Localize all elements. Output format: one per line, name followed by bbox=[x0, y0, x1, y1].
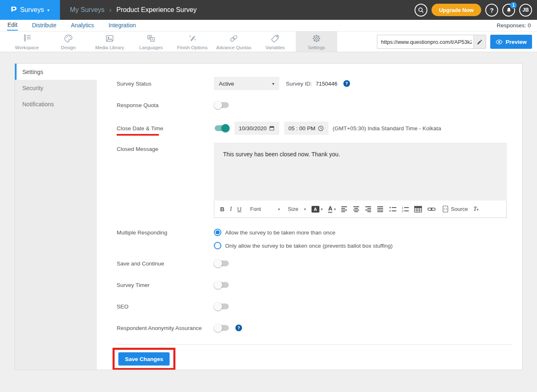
avatar[interactable]: JB bbox=[519, 4, 532, 17]
timezone-text: (GMT+05:30) India Standard Time - Kolkat… bbox=[333, 125, 441, 131]
respondent-anonymity-toggle[interactable] bbox=[214, 324, 230, 332]
tab-integration[interactable]: Integration bbox=[108, 21, 136, 30]
close-date-input[interactable]: 10/30/2020 bbox=[235, 122, 279, 135]
tab-analytics[interactable]: Analytics bbox=[70, 21, 94, 30]
toolbar-item-media-library[interactable]: Media Library bbox=[89, 31, 130, 52]
survey-id-help-icon[interactable]: ? bbox=[343, 80, 350, 87]
edit-url-button[interactable] bbox=[473, 35, 486, 48]
search-button[interactable] bbox=[415, 4, 427, 17]
closed-message-row: Closed Message This survey has been clos… bbox=[117, 143, 522, 218]
tab-edit[interactable]: Edit bbox=[7, 20, 18, 31]
closed-message-label: Closed Message bbox=[117, 143, 214, 152]
toolbar-item-variables[interactable]: Variables bbox=[254, 31, 296, 52]
multiple-responding-options: Allow the survey to be taken more than o… bbox=[214, 229, 393, 249]
notification-badge: 1 bbox=[510, 2, 517, 9]
sidebar-item-notifications[interactable]: Notifications bbox=[15, 96, 97, 112]
tab-distribute[interactable]: Distribute bbox=[31, 21, 57, 30]
chevron-down-icon: ▾ bbox=[304, 207, 306, 211]
survey-status-select[interactable]: Active ▾ bbox=[214, 77, 279, 90]
link-button[interactable] bbox=[427, 207, 436, 212]
source-label: Source bbox=[451, 206, 468, 212]
numbered-list-button[interactable]: 12 bbox=[402, 206, 409, 212]
toolbar-item-settings[interactable]: Settings bbox=[296, 31, 337, 52]
toolbar-spacer bbox=[337, 31, 377, 52]
toolbar-item-advance-quotas[interactable]: Advance Quotas bbox=[213, 31, 254, 52]
bg-color-letter: A bbox=[312, 206, 319, 213]
upgrade-now-button[interactable]: Upgrade Now bbox=[432, 4, 481, 16]
close-time-input[interactable]: 05 : 00 PM bbox=[284, 122, 328, 135]
save-and-continue-label: Save and Continue bbox=[117, 261, 214, 267]
survey-timer-toggle[interactable] bbox=[214, 281, 230, 289]
chevron-down-icon: ▾ bbox=[334, 207, 336, 211]
notifications-button[interactable]: 1 bbox=[502, 4, 515, 17]
help-button[interactable]: ? bbox=[485, 4, 498, 17]
close-date-time-toggle[interactable] bbox=[214, 124, 230, 132]
survey-status-row: Survey Status Active ▾ Survey ID: 715044… bbox=[117, 77, 522, 90]
remove-format-button[interactable]: Tx bbox=[473, 206, 479, 213]
pencil-icon bbox=[477, 39, 483, 45]
palette-icon bbox=[63, 33, 73, 43]
seo-row: SEO bbox=[117, 302, 522, 311]
toolbar-item-label: Finish Options bbox=[177, 45, 208, 50]
table-button[interactable] bbox=[414, 206, 422, 213]
closed-message-textarea[interactable]: This survey has been closed now. Thank y… bbox=[214, 143, 507, 201]
radio-allow-once[interactable]: Only allow the survey to be taken once (… bbox=[214, 242, 393, 249]
save-and-continue-row: Save and Continue bbox=[117, 259, 522, 268]
clock-icon bbox=[317, 125, 324, 132]
avatar-initials: JB bbox=[523, 7, 529, 13]
save-changes-button[interactable]: Save Changes bbox=[118, 352, 170, 366]
survey-url-input[interactable] bbox=[377, 35, 473, 48]
radio-allow-multiple[interactable]: Allow the survey to be taken more than o… bbox=[214, 229, 393, 236]
search-icon bbox=[417, 7, 424, 14]
align-right-button[interactable] bbox=[365, 206, 372, 212]
topbar-actions: Upgrade Now ? 1 JB bbox=[415, 4, 537, 17]
bg-color-button[interactable]: A▾ bbox=[312, 206, 323, 213]
toolbar-item-label: Settings bbox=[308, 45, 325, 50]
radio-unselected-icon bbox=[214, 242, 221, 249]
text-color-button[interactable]: A▾ bbox=[328, 206, 336, 213]
toolbar-item-finish-options[interactable]: Finish Options bbox=[172, 31, 213, 52]
response-quota-toggle[interactable] bbox=[214, 101, 230, 109]
sidebar-item-settings[interactable]: Settings bbox=[15, 64, 97, 80]
question-mark-icon: ? bbox=[490, 7, 494, 14]
section-tabs: Edit Distribute Analytics Integration Re… bbox=[0, 20, 537, 31]
responses-count: Responses: 0 bbox=[496, 22, 531, 29]
toolbar-item-workspace[interactable]: Workspace bbox=[6, 31, 48, 52]
bullet-list-button[interactable] bbox=[389, 206, 396, 212]
font-select[interactable]: Font▾ bbox=[250, 206, 280, 212]
close-date-time-row: Close Date & Time 10/30/2020 05 : 00 PM bbox=[117, 122, 522, 135]
app-switcher[interactable]: P Surveys ▾ bbox=[0, 0, 60, 20]
translate-icon: A bbox=[146, 33, 156, 43]
breadcrumb-my-surveys[interactable]: My Surveys bbox=[70, 6, 105, 14]
align-center-button[interactable] bbox=[353, 206, 360, 212]
sidebar-item-label: Settings bbox=[22, 69, 43, 75]
sidebar-item-security[interactable]: Security bbox=[15, 80, 97, 96]
italic-button[interactable]: I bbox=[230, 206, 232, 213]
seo-toggle[interactable] bbox=[214, 302, 230, 311]
bold-button[interactable]: B bbox=[220, 206, 224, 213]
multiple-responding-row: Multiple Responding Allow the survey to … bbox=[117, 229, 522, 249]
sidebar-item-label: Security bbox=[22, 85, 43, 91]
survey-url-field bbox=[377, 35, 486, 49]
form-divider bbox=[117, 344, 513, 345]
anonymity-help-icon[interactable]: ? bbox=[235, 325, 242, 331]
top-bar: P Surveys ▾ My Surveys › Product Experie… bbox=[0, 0, 537, 20]
text-color-letter: A bbox=[328, 206, 332, 213]
survey-timer-row: Survey Timer bbox=[117, 281, 522, 289]
preview-button[interactable]: Preview bbox=[490, 35, 532, 49]
align-left-button[interactable] bbox=[341, 206, 348, 212]
justify-button[interactable] bbox=[377, 206, 384, 212]
breadcrumb-survey-title: Product Experience Survey bbox=[116, 6, 197, 14]
toolbar-item-label: Languages bbox=[139, 45, 163, 50]
toolbar-item-languages[interactable]: A Languages bbox=[130, 31, 172, 52]
toolbar-item-design[interactable]: Design bbox=[48, 31, 89, 52]
save-row: Save Changes bbox=[113, 348, 522, 370]
underline-button[interactable]: U bbox=[237, 206, 241, 213]
toolbar-item-label: Media Library bbox=[95, 45, 124, 50]
survey-toolbar: Workspace Design Media Library A Languag… bbox=[0, 31, 537, 52]
size-select[interactable]: Size▾ bbox=[288, 206, 306, 212]
toolbar-item-label: Design bbox=[61, 45, 76, 50]
save-and-continue-toggle[interactable] bbox=[214, 259, 230, 268]
source-button[interactable]: Source bbox=[443, 206, 468, 213]
respondent-anonymity-label: Respondent Anonymity Assurance bbox=[117, 325, 214, 331]
